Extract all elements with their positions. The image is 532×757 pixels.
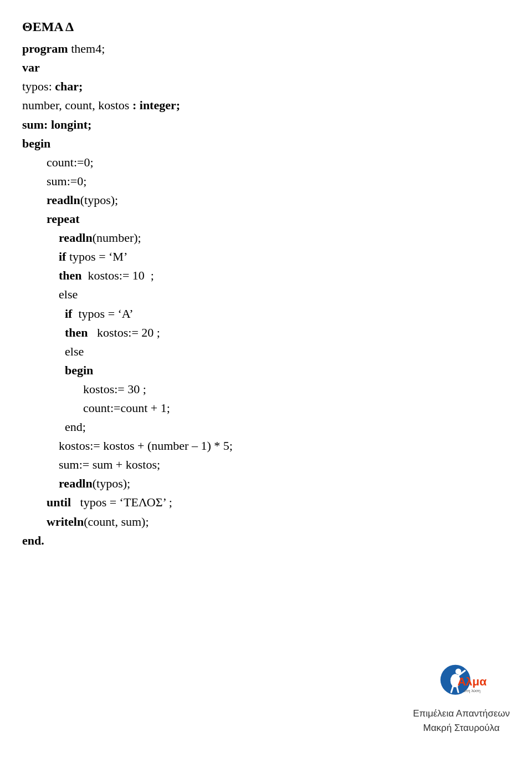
code-line-11: repeat <box>22 210 510 228</box>
var-keyword: var <box>22 60 40 74</box>
if-keyword-1: if <box>59 250 66 263</box>
repeat-keyword: repeat <box>47 212 79 226</box>
code-line-8: count:=0; <box>22 153 510 172</box>
code-line-20: kostos:= 30 ; <box>22 380 510 399</box>
code-line-25: readln(typos); <box>22 474 510 493</box>
writeln-keyword: writeln <box>47 515 84 529</box>
readln-keyword-2: readln <box>59 231 93 245</box>
code-line-23: kostos:= kostos + (number – 1) * 5; <box>22 436 510 455</box>
then-keyword-2: then <box>65 326 88 339</box>
code-line-6: sum: longint; <box>22 115 510 134</box>
readln-keyword-1: readln <box>47 193 80 207</box>
code-line-2: program them4; <box>22 39 510 58</box>
code-line-26: until typos = ‘ΤΕΛΟΣ’ ; <box>22 493 510 512</box>
code-line-12: readln(number); <box>22 228 510 247</box>
logo-icon: Αλμα στη λύση <box>428 663 495 702</box>
program-keyword: program <box>22 42 68 55</box>
code-line-13: if typos = ‘M’ <box>22 247 510 266</box>
code-line-17: then kostos:= 20 ; <box>22 323 510 342</box>
code-line-14: then kostos:= 10 ; <box>22 266 510 285</box>
code-line-24: sum:= sum + kostos; <box>22 455 510 474</box>
end-keyword-outer: end. <box>22 534 44 547</box>
code-line-21: count:=count + 1; <box>22 399 510 418</box>
svg-text:στη λύση: στη λύση <box>463 688 480 693</box>
svg-text:Αλμα: Αλμα <box>457 675 487 688</box>
code-line-10: readln(typos); <box>22 191 510 210</box>
code-line-22: end; <box>22 418 510 436</box>
code-line-19: begin <box>22 361 510 380</box>
sum-keyword: sum: <box>22 118 48 131</box>
begin-keyword-inner: begin <box>65 363 93 377</box>
logo-container: Αλμα στη λύση Επιμέλεια Απαντήσεων Μακρή… <box>413 663 510 735</box>
until-keyword: until <box>47 495 71 509</box>
integer-keyword: : integer; <box>132 98 180 112</box>
code-block: ΘΕΜΑ Δ program them4; var typos: char; n… <box>22 17 510 550</box>
footer: Αλμα στη λύση Επιμέλεια Απαντήσεων Μακρή… <box>413 663 510 735</box>
code-line-16: if typos = ‘A’ <box>22 304 510 323</box>
longint-keyword: longint; <box>51 118 91 131</box>
readln-keyword-3: readln <box>59 476 93 490</box>
title-text: ΘΕΜΑ Δ <box>22 19 74 34</box>
code-line-7: begin <box>22 134 510 153</box>
code-line-9: sum:=0; <box>22 172 510 191</box>
code-line-28: end. <box>22 531 510 550</box>
if-keyword-2: if <box>65 307 72 321</box>
code-line-5: number, count, kostos : integer; <box>22 96 510 115</box>
then-keyword-1: then <box>59 268 82 282</box>
program-name: them4; <box>68 42 105 55</box>
code-line-27: writeln(count, sum); <box>22 512 510 531</box>
char-keyword: char; <box>55 79 83 93</box>
code-line-18: else <box>22 342 510 361</box>
code-line-3: var <box>22 58 510 77</box>
title-line: ΘΕΜΑ Δ <box>22 17 510 37</box>
begin-keyword-outer: begin <box>22 136 50 150</box>
footer-caption1: Επιμέλεια Απαντήσεων <box>413 707 510 721</box>
footer-caption2: Μακρή Σταυρούλα <box>423 721 500 735</box>
code-line-15: else <box>22 285 510 304</box>
code-line-4: typos: char; <box>22 77 510 96</box>
